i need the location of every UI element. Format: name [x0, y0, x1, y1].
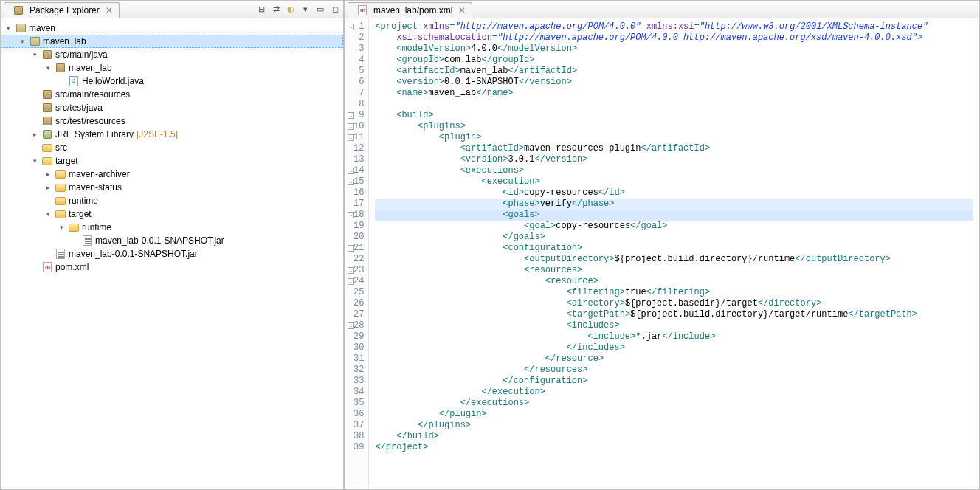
code-line[interactable]: <targetPath>${project.build.directory}/t… [375, 309, 973, 320]
line-number[interactable]: 15- [353, 176, 364, 187]
code-line[interactable]: </resources> [375, 365, 973, 376]
line-number[interactable]: 29 [353, 331, 364, 342]
tree-node[interactable]: src/test/java [1, 101, 343, 114]
tree-node[interactable]: maven_lab-0.0.1-SNAPSHOT.jar [1, 247, 343, 260]
fold-toggle-icon[interactable]: - [348, 267, 354, 274]
fold-toggle-icon[interactable]: - [348, 112, 354, 119]
line-number[interactable]: 14- [353, 165, 364, 176]
code-line[interactable]: <goals> [375, 210, 973, 221]
line-number[interactable]: 38 [353, 431, 364, 442]
line-number[interactable]: 13 [353, 154, 364, 165]
package-explorer-tab[interactable]: Package Explorer ✕ [4, 2, 120, 18]
code-line[interactable] [375, 99, 973, 110]
code-line[interactable]: </plugin> [375, 409, 973, 420]
fold-toggle-icon[interactable]: - [348, 179, 354, 185]
line-number[interactable]: 1- [353, 21, 364, 32]
line-number[interactable]: 23- [353, 265, 364, 276]
tree-node[interactable]: pom.xml [1, 260, 343, 274]
line-number[interactable]: 12 [353, 143, 364, 154]
tree-node[interactable]: ▾maven_lab [1, 61, 343, 75]
code-line[interactable]: <outputDirectory>${project.build.directo… [375, 254, 973, 265]
tree-node[interactable]: src/test/resources [1, 114, 343, 128]
tree-node[interactable]: HelloWorld.java [1, 75, 343, 88]
line-number[interactable]: 21- [353, 243, 364, 254]
line-number[interactable]: 28- [353, 320, 364, 331]
tree-node[interactable]: ▾maven [1, 21, 343, 35]
tree-node[interactable]: ▸maven-archiver [1, 168, 343, 181]
line-number[interactable]: 22 [353, 254, 364, 265]
line-number-gutter[interactable]: 1-23456789-10-11-121314-15-161718-192021… [345, 18, 369, 489]
code-line[interactable]: </plugins> [375, 420, 973, 431]
code-line[interactable]: <artifactId>maven_lab</artifactId> [375, 66, 973, 77]
line-number[interactable]: 30 [353, 342, 364, 353]
expand-open-icon[interactable]: ▾ [30, 157, 39, 165]
line-number[interactable]: 4 [353, 55, 364, 66]
expand-open-icon[interactable]: ▾ [18, 38, 27, 45]
line-number[interactable]: 11- [353, 132, 364, 143]
line-number[interactable]: 34 [353, 387, 364, 398]
code-line[interactable]: <version>0.0.1-SNAPSHOT</version> [375, 77, 973, 88]
line-number[interactable]: 37 [353, 420, 364, 431]
code-line[interactable]: <plugins> [375, 121, 973, 132]
code-line[interactable]: <executions> [375, 165, 973, 176]
line-number[interactable]: 16 [353, 187, 364, 199]
code-line[interactable]: <modelVersion>4.0.0</modelVersion> [375, 44, 973, 55]
code-line[interactable]: </executions> [375, 398, 973, 409]
code-line[interactable]: </project> [375, 442, 973, 453]
tree-node[interactable]: ▾target [1, 207, 343, 221]
tree-node[interactable]: src [1, 141, 343, 154]
line-number[interactable]: 26 [353, 298, 364, 309]
tree-node[interactable]: ▸maven-status [1, 181, 343, 194]
line-number[interactable]: 9- [353, 110, 364, 121]
fold-toggle-icon[interactable]: - [348, 168, 354, 174]
expand-closed-icon[interactable]: ▸ [30, 131, 39, 138]
tree-node[interactable]: ▾target [1, 154, 343, 168]
line-number[interactable]: 31 [353, 353, 364, 365]
line-number[interactable]: 24- [353, 276, 364, 287]
tree-node[interactable]: ▾runtime [1, 221, 343, 234]
tree-node[interactable]: runtime [1, 194, 343, 207]
code-line[interactable]: <phase>verify</phase> [375, 199, 973, 210]
view-menu-icon[interactable]: ▾ [300, 4, 311, 15]
line-number[interactable]: 2 [353, 32, 364, 44]
expand-open-icon[interactable]: ▾ [4, 24, 13, 32]
code-line[interactable]: <resources> [375, 265, 973, 276]
code-line[interactable]: <version>3.0.1</version> [375, 154, 973, 165]
line-number[interactable]: 27 [353, 309, 364, 320]
expand-closed-icon[interactable]: ▸ [44, 170, 52, 178]
tree-node[interactable]: ▾maven_lab [1, 35, 343, 48]
tree-node[interactable]: src/main/resources [1, 88, 343, 101]
package-tree[interactable]: ▾maven▾maven_lab▾src/main/java▾maven_lab… [1, 18, 343, 489]
code-line[interactable]: </resource> [375, 353, 973, 365]
fold-toggle-icon[interactable]: - [348, 24, 354, 30]
code-line[interactable]: <project xmlns="http://maven.apache.org/… [375, 21, 973, 32]
expand-open-icon[interactable]: ▾ [44, 64, 52, 72]
fold-toggle-icon[interactable]: - [348, 123, 354, 130]
line-number[interactable]: 25 [353, 287, 364, 298]
code-line[interactable]: <build> [375, 110, 973, 121]
line-number[interactable]: 36 [353, 409, 364, 420]
fold-toggle-icon[interactable]: - [348, 134, 354, 141]
code-line[interactable]: <plugin> [375, 132, 973, 143]
expand-open-icon[interactable]: ▾ [57, 224, 66, 231]
line-number[interactable]: 7 [353, 88, 364, 99]
line-number[interactable]: 20 [353, 232, 364, 243]
fold-toggle-icon[interactable]: - [348, 245, 354, 252]
line-number[interactable]: 5 [353, 66, 364, 77]
line-number[interactable]: 18- [353, 210, 364, 221]
code-line[interactable]: <groupId>com.lab</groupId> [375, 55, 973, 66]
line-number[interactable]: 10- [353, 121, 364, 132]
focus-task-icon[interactable]: ◐ [286, 4, 296, 15]
line-number[interactable]: 19 [353, 221, 364, 232]
link-editor-icon[interactable]: ⇄ [271, 4, 281, 15]
minimize-icon[interactable]: ▭ [315, 4, 325, 15]
code-line[interactable]: <includes> [375, 320, 973, 331]
fold-toggle-icon[interactable]: - [348, 212, 354, 218]
collapse-all-icon[interactable]: ⊟ [256, 4, 266, 15]
code-line[interactable]: <execution> [375, 176, 973, 187]
line-number[interactable]: 35 [353, 398, 364, 409]
code-line[interactable]: </configuration> [375, 376, 973, 387]
line-number[interactable]: 6 [353, 77, 364, 88]
tree-node[interactable]: maven_lab-0.0.1-SNAPSHOT.jar [1, 234, 343, 247]
fold-toggle-icon[interactable]: - [348, 322, 354, 329]
